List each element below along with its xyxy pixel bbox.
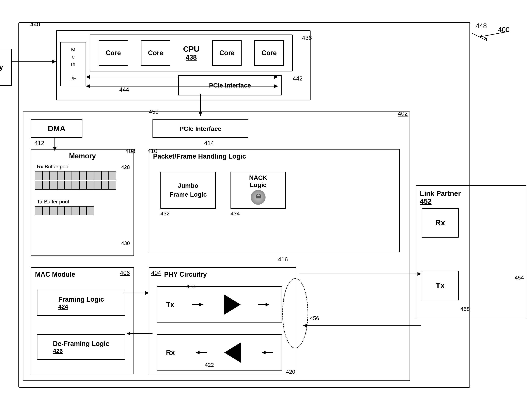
tx-buffer-cells — [35, 206, 133, 215]
svg-marker-23 — [145, 291, 149, 295]
deframing-ref: 426 — [53, 348, 109, 354]
arrow-448 — [472, 30, 505, 44]
mem-if-box: MemI/F — [60, 42, 86, 86]
cpu-block: MemI/F Core Core CPU 438 Core Core — [56, 30, 310, 101]
rx-buffer-cells-2 — [35, 181, 133, 189]
svg-marker-13 — [199, 112, 202, 116]
core-label-3: Core — [219, 49, 234, 57]
lp-rx-box: Rx — [422, 208, 459, 237]
label-450: 450 — [149, 108, 158, 115]
main-outer-box: 440 MemI/F Core Core CPU 438 — [19, 22, 470, 388]
dma-label: DMA — [48, 124, 66, 133]
mem-arrow — [12, 52, 60, 71]
svg-marker-25 — [127, 332, 130, 335]
framing-to-tx-arrow — [123, 289, 152, 297]
label-456: 456 — [310, 315, 319, 321]
core-label-1: Core — [106, 49, 121, 57]
packet-block: 410 Packet/Frame Handling Logic JumboFra… — [149, 149, 400, 252]
label-412: 412 — [34, 140, 44, 147]
svg-marker-9 — [52, 60, 56, 63]
tx-triangle — [224, 294, 241, 315]
label-402: 402 — [398, 110, 408, 117]
mem-if-label: MemI/F — [70, 46, 76, 82]
svg-marker-29 — [303, 324, 307, 327]
lp-to-phy-rx-arrow — [299, 322, 425, 329]
core-box-4: Core — [254, 40, 284, 66]
svg-line-30 — [472, 33, 487, 40]
label-410: 410 — [148, 148, 157, 155]
label-442: 442 — [293, 75, 302, 82]
label-440: 440 — [30, 21, 40, 28]
core-label-4: Core — [262, 49, 277, 57]
diagram-container: 400 440 MemI/F Core Core CPU — [7, 7, 524, 397]
lp-tx-box: Tx — [422, 271, 459, 300]
cpu-inner: Core Core CPU 438 Core Core — [90, 34, 293, 71]
label-406: 406 — [120, 270, 130, 276]
label-414: 414 — [204, 140, 214, 147]
svg-marker-7 — [86, 84, 90, 88]
phy-title: PHY Circuitry — [149, 268, 296, 281]
label-422: 422 — [205, 362, 214, 368]
cpu-ref: 438 — [186, 54, 197, 61]
phy-to-lp-tx-arrow — [299, 270, 425, 278]
svg-marker-17 — [266, 303, 269, 306]
lp-tx-label: Tx — [436, 281, 445, 290]
framing-box: Framing Logic 424 — [37, 290, 125, 316]
svg-marker-15 — [199, 303, 203, 306]
core-box-1: Core — [99, 40, 128, 66]
rx-buffer-label: Rx Buffer pool — [31, 160, 133, 170]
rx-label: Rx — [166, 349, 175, 357]
pcie-device-label: PCIe Interface — [180, 125, 222, 132]
deframing-label: De-Framing Logic — [53, 340, 109, 348]
rx-buffer-cells — [35, 171, 133, 180]
label-448: 448 — [476, 22, 487, 30]
svg-marker-27 — [418, 272, 421, 276]
label-432: 432 — [160, 210, 170, 217]
svg-marker-19 — [196, 351, 199, 354]
link-partner-title: Link Partner 452 — [416, 186, 526, 209]
phy-block: 404 PHY Circuitry Tx — [149, 267, 296, 374]
framing-ref: 424 — [58, 303, 104, 310]
pcie-top-label: PCIe Interface — [209, 82, 251, 89]
label-416: 416 — [278, 256, 288, 263]
svg-marker-4 — [86, 75, 90, 79]
packet-block-title: Packet/Frame Handling Logic — [149, 149, 399, 163]
framing-label: Framing Logic — [58, 296, 104, 303]
dma-box: DMA — [31, 119, 82, 138]
core-box-2: Core — [141, 40, 170, 66]
label-420: 420 — [286, 369, 295, 375]
label-418: 418 — [186, 283, 196, 290]
pcie-vert-arrow — [199, 94, 202, 119]
dashed-oval — [282, 278, 308, 348]
rx-arrow-left — [192, 349, 207, 356]
rx-arrow-in — [258, 349, 273, 356]
label-454: 454 — [515, 275, 524, 281]
label-404: 404 — [151, 270, 161, 276]
tx-arrow-right — [192, 301, 207, 308]
tx-phy-box: Tx — [157, 286, 282, 323]
pcie-device-box: PCIe Interface — [152, 119, 248, 138]
cpu-label-box: CPU 438 — [183, 45, 199, 61]
tx-arrow-out — [258, 301, 273, 308]
cpu-text: CPU — [183, 45, 199, 54]
rx-phy-box: Rx — [157, 334, 282, 371]
jumbo-box: JumboFrame Logic — [160, 172, 216, 209]
rx-triangle — [224, 342, 241, 363]
rx-to-deframing-arrow — [123, 330, 152, 337]
nack-label: NACKLogic — [249, 174, 267, 189]
nack-box: NACKLogic — [230, 172, 286, 209]
deframing-box: De-Framing Logic 426 — [37, 334, 125, 360]
label-408: 408 — [125, 148, 135, 155]
memory-outer-label: Memory — [0, 63, 3, 71]
tx-label: Tx — [166, 301, 174, 309]
mac-title: MAC Module — [31, 268, 133, 281]
mac-block: 406 MAC Module Framing Logic 424 De-Fram… — [31, 267, 134, 374]
label-436: 436 — [302, 34, 312, 41]
device-block: 402 DMA 412 PCIe Interface 414 450 — [23, 111, 410, 381]
label-430: 430 — [121, 240, 130, 246]
core-label-2: Core — [148, 49, 163, 57]
tx-buffer-label: Tx Buffer pool — [31, 195, 133, 205]
lp-rx-label: Rx — [435, 218, 445, 227]
memory-outer-box: Memory — [0, 49, 12, 86]
pcie-top-box: PCIe Interface — [178, 75, 282, 95]
